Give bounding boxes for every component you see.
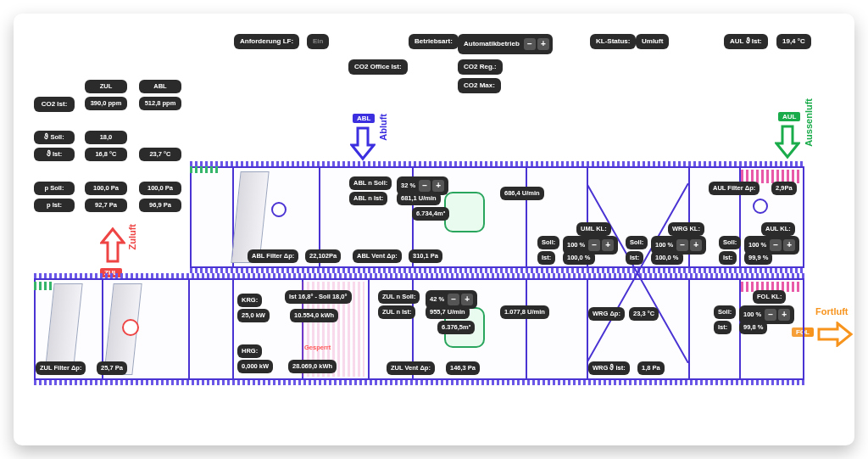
wrg-theta-label: WRG ϑ Ist: <box>588 361 630 375</box>
kl-status-value: Umluft <box>636 34 669 49</box>
zul-div2 <box>232 278 234 380</box>
fol-ist-label: Ist: <box>714 321 732 334</box>
abl-div4 <box>526 166 527 268</box>
uml-minus[interactable]: − <box>588 239 600 251</box>
aul-kl-label: AUL KL: <box>761 222 795 236</box>
aussenluft-arrow-icon <box>775 123 800 160</box>
p-ist-value: 92,7 Pa <box>85 199 127 212</box>
zul-caption: ZUL <box>85 80 127 93</box>
wrg-bypass-icon <box>587 183 688 363</box>
betriebsart-minus[interactable]: − <box>524 38 536 50</box>
abl-fan-icon <box>444 192 485 232</box>
uml-plus[interactable]: + <box>602 239 614 251</box>
abl-cap-value: 6.734,4m³ <box>412 207 449 221</box>
zul-n-ist-value: 955,7 U/min <box>426 305 470 319</box>
abl-n-ist-label: ABL n Ist: <box>349 192 387 205</box>
zul-ppm: 390,0 ppm <box>85 97 127 110</box>
fol-soll-label: Soll: <box>714 305 736 319</box>
kl-status-label: KL-Status: <box>590 34 636 49</box>
aul-ist-label: Ist: <box>719 251 737 265</box>
wrg-plus[interactable]: + <box>690 239 702 251</box>
abl-n-minus[interactable]: − <box>419 180 431 192</box>
kwh2: 28.069,0 kWh <box>288 360 337 373</box>
zul-vent-dp-value: 146,3 Pa <box>446 361 480 375</box>
kl-valve2-icon <box>753 199 768 214</box>
abl-vent-dp-value: 310,1 Pa <box>409 249 442 263</box>
betriebsart-plus[interactable]: + <box>537 38 549 50</box>
fol-minus[interactable]: − <box>765 309 776 321</box>
aul-filter-dp-label: AUL Filter Δp: <box>709 182 760 195</box>
p-abl-soll-value: 100,0 Pa <box>139 182 181 195</box>
aul-theta-ist-value: 19,4 °C <box>776 34 811 49</box>
uml-ist-value: 100,0 % <box>563 251 595 265</box>
zul-opp-value: 1.077,8 U/min <box>500 305 549 319</box>
abl-vent-dp-label: ABL Vent Δp: <box>353 249 402 263</box>
abl-caption: ABL <box>139 80 181 93</box>
aul-filter-dp-value: 2,9Pa <box>771 182 797 195</box>
zul-n-minus[interactable]: − <box>448 294 459 305</box>
zul-valve-icon <box>122 319 139 336</box>
abl-badge: ABL <box>353 114 375 123</box>
betriebsart-value[interactable]: Automatikbetrieb − + <box>458 34 553 54</box>
aul-theta-ist-label: AUL ϑ Ist: <box>724 34 768 49</box>
zul-n-soll-label: ZUL n Soll: <box>378 290 420 304</box>
aul-badge: AUL <box>778 112 800 121</box>
abl-filter-dp-value: 22,102Pa <box>305 249 341 263</box>
zul-div1 <box>188 278 190 380</box>
aul-plus[interactable]: + <box>783 239 795 251</box>
zul-n-ist-label: ZUL n Ist: <box>378 305 415 319</box>
p-abl-ist-value: 96,9 Pa <box>139 199 181 212</box>
zul-vent-dp-label: ZUL Vent Δp: <box>387 361 435 375</box>
wrg-kl-label: WRG KL: <box>668 222 704 236</box>
betriebsart-label: Betriebsart: <box>409 34 459 49</box>
wrg-kl-soll-label: Soll: <box>626 236 648 249</box>
abluft-arrow-icon <box>350 125 376 162</box>
abl-n-soll-label: ABL n Soll: <box>349 176 392 190</box>
p-soll-value: 100,0 Pa <box>85 182 127 195</box>
ist-soll-line: Ist 16,8° - Soll 18,0° <box>285 290 352 304</box>
zul-filter-dp-label: ZUL Filter Δp: <box>36 361 86 375</box>
aul-minus[interactable]: − <box>770 239 782 251</box>
truss-bot <box>34 380 804 385</box>
wrg-kl-ist-label: Ist: <box>626 251 643 265</box>
co2-reg-label: CO2 Reg.: <box>458 59 503 75</box>
hrg-label: HRG: <box>237 344 262 358</box>
co2-ist-label: CO2 Ist: <box>34 97 75 112</box>
theta-soll-label: ϑ Soll: <box>34 131 75 144</box>
abl-n-plus[interactable]: + <box>432 180 444 192</box>
anforderung-lf-label: Anforderung LF: <box>234 34 299 49</box>
theta-soll-value: 18,0 <box>85 131 127 144</box>
abl-filter-dp-label: ABL Filter Δp: <box>248 249 298 263</box>
zul-outlet-green <box>34 282 53 290</box>
wrg-dp-label: WRG Δp: <box>588 307 625 321</box>
uml-soll-label: Soll: <box>537 236 559 249</box>
aul-soll-label: Soll: <box>719 236 741 249</box>
truss-top <box>190 161 804 166</box>
anforderung-lf-value: Ein <box>307 34 329 49</box>
co2-office-ist-label: CO2 Office Ist: <box>348 59 408 75</box>
p-ist-label: p Ist: <box>34 199 75 212</box>
co2-max-label: CO2 Max: <box>458 78 501 93</box>
wrg-kl-ist-value: 100,0 % <box>651 251 683 265</box>
uml-kl-label: UML KL: <box>576 222 611 236</box>
zul-div4 <box>368 278 370 380</box>
fortluft-arrow-icon <box>815 322 854 347</box>
zuluft-label: Zuluft <box>127 224 137 250</box>
abl-n-ist-value: 681,1 U/min <box>397 192 441 205</box>
fol-plus[interactable]: + <box>778 309 790 321</box>
hrg-value: 0,000 kW <box>237 360 273 373</box>
abl-inlet-green <box>190 166 219 173</box>
zul-div8 <box>688 278 690 380</box>
krg-value: 25,0 kW <box>237 309 270 322</box>
gesperrt-label: Gesperrt <box>300 341 335 355</box>
zul-n-plus[interactable]: + <box>461 294 473 305</box>
zul-filter-dp-value: 25,7 Pa <box>97 361 127 375</box>
wrg-dp-value: 23,3 °C <box>629 307 659 321</box>
wrg-minus[interactable]: − <box>676 239 688 251</box>
p-soll-label: p Soll: <box>34 182 75 195</box>
aul-ist-value: 99,9 % <box>744 251 772 265</box>
zuluft-arrow-icon <box>100 226 125 265</box>
zul-div6 <box>526 278 527 380</box>
fortluft-label: Fortluft <box>815 306 848 316</box>
abl-ppm: 512,8 ppm <box>139 97 181 110</box>
